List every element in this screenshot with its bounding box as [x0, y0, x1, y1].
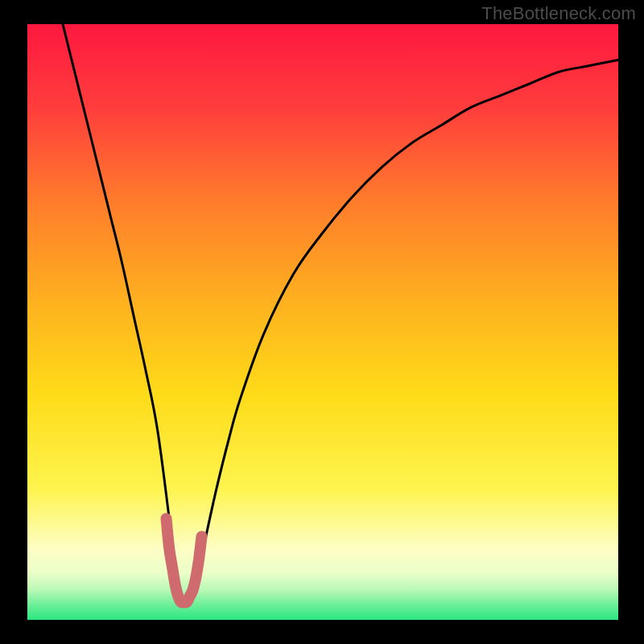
- min-marker: [167, 518, 202, 602]
- plot-area: [27, 24, 618, 620]
- chart-frame: TheBottleneck.com: [0, 0, 644, 644]
- bottleneck-curve: [63, 24, 618, 605]
- watermark-text: TheBottleneck.com: [481, 3, 636, 24]
- curve-layer: [27, 24, 618, 620]
